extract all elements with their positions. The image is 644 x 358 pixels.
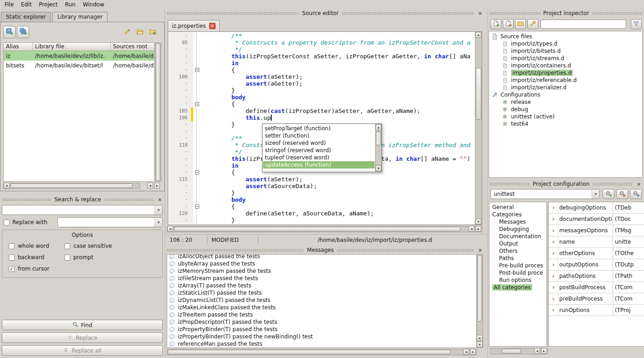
code-text[interactable]: define(cast(izPropSetter)aSetter, aGette… bbox=[201, 107, 475, 114]
category-item[interactable]: Others bbox=[489, 247, 546, 255]
code-text[interactable]: } bbox=[201, 87, 475, 94]
find-button[interactable]: Find bbox=[2, 320, 163, 330]
property-row[interactable]: ›nameunitte bbox=[549, 236, 644, 248]
tab-static-explorer[interactable]: Static explorer bbox=[1, 12, 51, 22]
category-item[interactable]: Messages bbox=[489, 218, 546, 225]
column-header-alias[interactable]: Alias bbox=[4, 43, 33, 51]
code-text[interactable]: } bbox=[201, 217, 475, 224]
message-item[interactable]: izStaticList(T) passed the tests bbox=[167, 289, 476, 297]
filter-button[interactable] bbox=[631, 19, 642, 29]
code-text[interactable]: body bbox=[201, 196, 475, 203]
library-vertical-scrollbar[interactable] bbox=[155, 42, 161, 182]
dropdown-arrow-icon[interactable]: ▾ bbox=[155, 205, 162, 215]
message-item[interactable]: izPropertyBinder(T) passed the tests bbox=[167, 326, 476, 333]
messages-horizontal-scrollbar[interactable] bbox=[167, 349, 477, 355]
code-text[interactable]: body bbox=[201, 94, 475, 101]
scrollbar-thumb[interactable] bbox=[502, 349, 521, 353]
tree-item[interactable]: debug bbox=[489, 106, 642, 113]
code-text[interactable]: assert(aSetter); bbox=[201, 73, 475, 80]
code-text[interactable]: assert(aGetter); bbox=[201, 80, 475, 87]
fold-box-icon[interactable] bbox=[195, 170, 199, 174]
scroll-right-icon[interactable]: ▸ bbox=[541, 348, 547, 354]
scroll-down-icon[interactable]: ▾ bbox=[376, 165, 381, 171]
scroll-up-icon[interactable]: ▴ bbox=[477, 335, 483, 341]
category-item[interactable]: Output bbox=[489, 240, 546, 247]
expand-icon[interactable]: › bbox=[549, 236, 558, 247]
scrollbar-thumb[interactable] bbox=[478, 255, 482, 322]
message-item[interactable]: izAllocObject passed the tests bbox=[167, 254, 476, 260]
code-text[interactable]: this(izPropSetterConst aSetter, izPropGe… bbox=[201, 53, 475, 60]
category-item[interactable]: Paths bbox=[489, 255, 546, 262]
completion-item[interactable]: tupleof (reserved word) bbox=[263, 154, 375, 161]
expand-icon[interactable]: › bbox=[549, 214, 558, 225]
fold-box-icon[interactable] bbox=[195, 68, 199, 72]
add-folder-button[interactable] bbox=[515, 19, 526, 29]
close-panel-icon[interactable]: × bbox=[157, 197, 163, 203]
completion-item[interactable]: stringof (reserved word) bbox=[263, 147, 375, 154]
message-item[interactable]: izPropertyBinder(T) passed the newBindin… bbox=[167, 333, 476, 340]
edit-alias-button[interactable] bbox=[122, 27, 133, 38]
completion-item[interactable]: setter (function) bbox=[263, 132, 375, 139]
scrollbar-thumb[interactable] bbox=[174, 227, 460, 231]
scroll-left-icon[interactable]: ◂ bbox=[4, 183, 10, 189]
code-text[interactable]: /** bbox=[201, 32, 475, 39]
message-item[interactable]: izPropDescriptor(T) passed the tests bbox=[167, 318, 476, 326]
completion-scrollbar[interactable]: ▴ ▾ bbox=[375, 124, 381, 172]
close-tab-icon[interactable]: × bbox=[209, 23, 216, 29]
category-item[interactable]: Pre-build proces bbox=[489, 262, 546, 269]
tree-item[interactable]: import/iz/properties.d bbox=[489, 69, 642, 77]
replace-button[interactable]: Replace bbox=[2, 332, 163, 343]
scroll-right-icon[interactable]: ▸ bbox=[470, 349, 476, 355]
scroll-up-icon[interactable]: ▴ bbox=[376, 124, 381, 130]
code-text[interactable]: define(aSetter, aSourceData, aName); bbox=[201, 210, 475, 217]
library-horizontal-scrollbar[interactable] bbox=[3, 183, 140, 189]
category-item[interactable]: Run options bbox=[489, 276, 546, 284]
add-source-button[interactable] bbox=[490, 19, 501, 29]
option-from-cursor[interactable]: ✓from cursor bbox=[9, 266, 64, 272]
add-library-button[interactable] bbox=[3, 26, 15, 38]
replace-combo[interactable]: ▾ bbox=[57, 217, 163, 227]
close-panel-icon[interactable]: × bbox=[477, 10, 483, 16]
category-item[interactable]: All categories bbox=[489, 284, 546, 291]
scroll-left-icon[interactable]: ◂ bbox=[167, 226, 173, 232]
menu-window[interactable]: Window bbox=[80, 0, 108, 9]
expand-icon[interactable]: › bbox=[549, 271, 558, 281]
library-row[interactable]: iz/home/basile/dev/iz/lib/iz./home/basil… bbox=[4, 51, 154, 61]
dropdown-arrow-icon[interactable]: ▾ bbox=[592, 189, 599, 199]
library-row[interactable]: bitsets/home/basile/dev/bitset/l/home/ba… bbox=[4, 61, 154, 70]
message-item[interactable]: izDynamicList(T) passed the tests bbox=[167, 297, 476, 304]
tree-item[interactable]: import/iz/types.d bbox=[489, 40, 642, 47]
property-row[interactable]: ›documentationOpti(TDoc bbox=[549, 214, 644, 225]
column-header-library-file[interactable]: Library file bbox=[33, 43, 111, 51]
splitter-left[interactable] bbox=[165, 9, 165, 358]
close-panel-icon[interactable]: × bbox=[477, 247, 483, 253]
add-configuration-button[interactable] bbox=[603, 189, 614, 199]
code-text[interactable]: { bbox=[201, 101, 475, 107]
code-text[interactable]: in bbox=[201, 60, 475, 66]
message-item[interactable]: izArray(T) passed the tests bbox=[167, 282, 476, 289]
scrollbar-thumb[interactable] bbox=[168, 350, 450, 354]
tree-item[interactable]: import/iz/referencable.d bbox=[489, 77, 642, 84]
option-case-sensitive[interactable]: case sensitive bbox=[64, 243, 159, 249]
editor-tab[interactable]: iz.properties × bbox=[168, 20, 220, 31]
property-row[interactable]: ›runOptions(TProj bbox=[549, 305, 644, 316]
code-text[interactable]: assert(aSourceData); bbox=[201, 183, 475, 189]
replace-with-checkbox[interactable]: Replace with bbox=[4, 219, 47, 225]
remove-source-button[interactable] bbox=[503, 19, 514, 29]
code-text[interactable]: { bbox=[201, 66, 475, 73]
fold-box-icon[interactable] bbox=[195, 102, 199, 106]
tree-item[interactable]: import/iz/streams.d bbox=[489, 55, 642, 62]
dropdown-arrow-icon[interactable]: ▾ bbox=[155, 218, 162, 227]
scroll-left-icon[interactable]: ◂ bbox=[469, 226, 474, 232]
code-text[interactable]: * Constructs a property descriptor from … bbox=[201, 39, 475, 46]
property-row[interactable]: ›debugingOptions(TDeb bbox=[549, 202, 644, 214]
property-row[interactable]: ›messagesOptions(TMsg bbox=[549, 225, 644, 236]
code-text[interactable]: } bbox=[201, 189, 475, 196]
inspector-filter-input[interactable] bbox=[541, 20, 626, 29]
message-item[interactable]: referenceMan passed the tests bbox=[167, 340, 476, 348]
message-item[interactable]: izMemoryStream passed the tests bbox=[167, 267, 476, 275]
message-item[interactable]: izMakeLinkedClass passed the tests bbox=[167, 304, 476, 311]
tree-item[interactable]: Source files bbox=[489, 33, 642, 40]
menu-edit[interactable]: Edit bbox=[18, 0, 36, 9]
category-item[interactable]: Debugging bbox=[489, 225, 546, 233]
